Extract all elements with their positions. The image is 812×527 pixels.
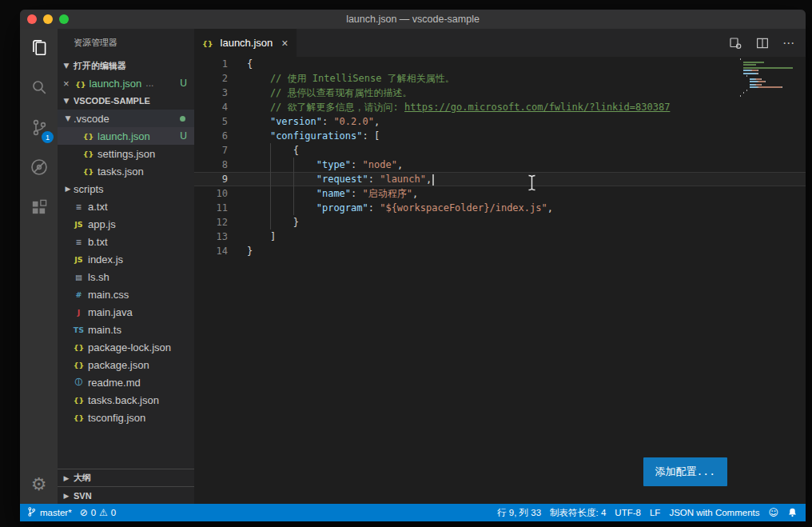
code-line-9[interactable]: 9 "request": "launch", — [194, 172, 806, 186]
file-tree: ▼.vscode{}launch.jsonU{}settings.json{}t… — [58, 110, 194, 469]
indent-guide — [270, 201, 271, 215]
txt-file-icon: ≡ — [73, 238, 85, 246]
tree-file-package.json[interactable]: {}package.json — [58, 356, 194, 373]
encoding-status[interactable]: UTF-8 — [615, 508, 641, 517]
split-editor-icon[interactable] — [755, 36, 770, 50]
explorer-activity-button[interactable] — [20, 29, 58, 69]
file-label: main.java — [88, 306, 133, 318]
branch-status[interactable]: master* — [26, 506, 72, 519]
code-line-2[interactable]: 2 // 使用 IntelliSense 了解相关属性。 — [194, 71, 806, 86]
code-line-13[interactable]: 13 ] — [194, 230, 806, 244]
tree-file-tasks.json[interactable]: {}tasks.json — [58, 162, 194, 180]
comment-link[interactable]: https://go.microsoft.com/fwlink/?linkid=… — [404, 102, 670, 113]
debug-activity-button[interactable] — [20, 149, 58, 189]
code-line-10[interactable]: 10 "name": "启动程序", — [194, 186, 806, 201]
close-tab-icon[interactable]: × — [281, 37, 288, 50]
code-line-12[interactable]: 12 } — [194, 215, 806, 230]
text-caret — [432, 174, 434, 186]
tree-file-ls.sh[interactable]: ▤ls.sh — [58, 268, 194, 285]
code-line-5[interactable]: 5 "version": "0.2.0", — [194, 114, 806, 129]
tree-file-tasks.back.json[interactable]: {}tasks.back.json — [58, 391, 194, 409]
tree-file-package-lock.json[interactable]: {}package-lock.json — [58, 338, 194, 356]
file-label: main.css — [88, 289, 129, 301]
tree-file-index.js[interactable]: JSindex.js — [58, 250, 194, 268]
minimap-line — [740, 70, 804, 71]
minimap-line — [740, 78, 804, 80]
file-label: readme.md — [88, 377, 141, 389]
close-icon[interactable]: × — [63, 78, 75, 89]
open-editors-header[interactable]: ▼ 打开的编辑器 — [58, 57, 194, 74]
ts-file-icon: TS — [73, 325, 85, 334]
code-line-11[interactable]: 11 "program": "${workspaceFolder}/index.… — [194, 201, 806, 215]
code-line-1[interactable]: 1{ — [194, 57, 806, 71]
zoom-window-button[interactable] — [59, 14, 69, 24]
close-window-button[interactable] — [27, 14, 37, 24]
extensions-activity-button[interactable] — [20, 189, 58, 229]
title-bar[interactable]: launch.json — vscode-sample — [20, 10, 806, 29]
tree-file-launch.json[interactable]: {}launch.jsonU — [58, 127, 194, 145]
debug-icon — [29, 157, 50, 181]
settings-gear-button[interactable]: ⚙ — [31, 474, 47, 494]
notifications-bell-icon[interactable] — [787, 507, 798, 518]
tree-file-a.txt[interactable]: ≡a.txt — [58, 198, 194, 215]
line-content: { — [247, 57, 253, 71]
line-number: 7 — [194, 143, 247, 158]
code-line-4[interactable]: 4 // 欲了解更多信息，请访问: https://go.microsoft.c… — [194, 100, 806, 114]
code-line-8[interactable]: 8 "type": "node", — [194, 158, 806, 172]
line-content: // 欲了解更多信息，请访问: https://go.microsoft.com… — [247, 100, 670, 114]
tree-file-app.js[interactable]: JSapp.js — [58, 215, 194, 233]
line-number: 3 — [194, 86, 247, 100]
tree-folder-.vscode[interactable]: ▼.vscode — [58, 110, 194, 127]
java-file-icon: J — [73, 308, 85, 317]
git-untracked-badge: U — [180, 78, 187, 89]
open-changes-icon[interactable] — [728, 36, 742, 50]
eol-status[interactable]: LF — [650, 508, 660, 517]
js-file-icon: JS — [73, 220, 85, 229]
branch-name: master* — [40, 508, 72, 517]
code-editor[interactable]: 1{2 // 使用 IntelliSense 了解相关属性。3 // 悬停以查看… — [194, 57, 806, 504]
minimap[interactable] — [740, 58, 804, 98]
cursor-position-status[interactable]: 行 9, 列 33 — [497, 507, 541, 519]
tab-launch-json[interactable]: {} launch.json × — [194, 29, 297, 57]
source-control-activity-button[interactable]: 1 — [20, 109, 58, 149]
code-line-14[interactable]: 14} — [194, 244, 806, 258]
search-activity-button[interactable] — [20, 69, 58, 109]
minimap-line — [740, 90, 804, 91]
tree-file-main.ts[interactable]: TSmain.ts — [58, 321, 194, 338]
more-actions-icon[interactable]: ⋯ — [782, 36, 794, 50]
tree-file-readme.md[interactable]: ⓘreadme.md — [58, 373, 194, 391]
line-content: } — [247, 215, 299, 230]
code-line-6[interactable]: 6 "configurations": [ — [194, 129, 806, 143]
add-configuration-button[interactable]: 添加配置... — [643, 457, 727, 486]
workspace-header[interactable]: ▼ VSCODE-SAMPLE — [58, 92, 194, 110]
json-file-icon: {} — [73, 413, 85, 422]
json-file-icon: {} — [82, 167, 94, 176]
window-title: launch.json — vscode-sample — [346, 14, 480, 25]
tree-file-tsconfig.json[interactable]: {}tsconfig.json — [58, 409, 194, 426]
file-label: launch.json — [98, 130, 150, 142]
traffic-lights — [27, 14, 69, 24]
svn-panel-header[interactable]: ▶ SVN — [58, 486, 194, 504]
json-file-icon: {} — [75, 80, 86, 89]
feedback-smiley-icon[interactable]: ☺ — [768, 507, 778, 518]
open-editor-item[interactable]: × {} launch.json ... U — [58, 74, 194, 92]
tree-file-b.txt[interactable]: ≡b.txt — [58, 233, 194, 250]
tree-file-settings.json[interactable]: {}settings.json — [58, 145, 194, 162]
source-control-badge: 1 — [42, 131, 54, 143]
language-mode-status[interactable]: JSON with Comments — [669, 508, 759, 517]
code-line-7[interactable]: 7 { — [194, 143, 806, 158]
indent-guide — [270, 172, 271, 186]
tab-file-icon-slot: {} — [202, 37, 217, 49]
problems-status[interactable]: ⊘ 0 ⚠ 0 — [80, 507, 117, 518]
code-line-3[interactable]: 3 // 悬停以查看现有属性的描述。 — [194, 86, 806, 100]
indentation-status[interactable]: 制表符长度: 4 — [550, 507, 606, 519]
tree-file-main.java[interactable]: Jmain.java — [58, 303, 194, 321]
file-label: app.js — [88, 218, 116, 230]
minimize-window-button[interactable] — [43, 14, 53, 24]
json-file-icon: {} — [82, 132, 94, 141]
tree-file-main.css[interactable]: #main.css — [58, 285, 194, 303]
tree-folder-scripts[interactable]: ▶scripts — [58, 180, 194, 198]
file-label: scripts — [74, 183, 104, 195]
outline-panel-header[interactable]: ▶ 大纲 — [58, 469, 194, 486]
line-content: "type": "node", — [247, 158, 403, 172]
